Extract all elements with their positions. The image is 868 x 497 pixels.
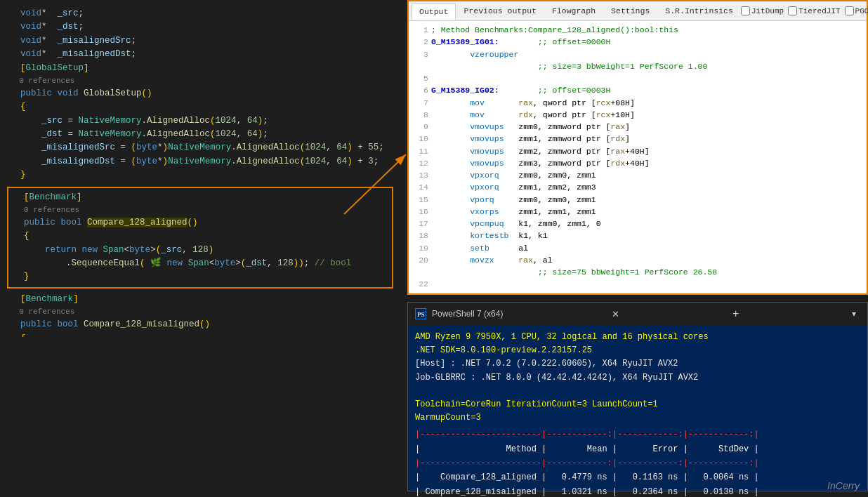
asm-line: 9 vmovups zmm0, zmmword ptr [rax] [413,121,862,133]
asm-line: 16 vxorps zmm1, zmm1, zmm1 [413,206,862,218]
asm-line: 6G_M15389_IG02: ;; offset=0003H [413,84,862,96]
code-line: _dst = NativeMemory.AlignedAlloc(1024, 6… [0,128,407,141]
code-line: public bool Compare_128_misaligned() [0,318,407,331]
code-line: _misalignedDst = (byte*)NativeMemory.Ali… [0,155,407,168]
tab-settings[interactable]: Settings [603,3,657,19]
table-row-aligned: | Compare_128_aligned | 0.4779 ns | 0.11… [415,470,860,484]
svg-text:PS: PS [417,311,425,318]
ps-line: Toolchain=CoreRun IterationCount=3 Launc… [415,398,860,411]
benchmark1-box: [Benchmark] 0 references public bool Com… [7,187,393,289]
code-line: [Benchmark] [14,191,386,204]
tab-sr-intrinsics[interactable]: S.R.Intrinsics [657,3,741,19]
code-top: void* _src; void* _dst; void* _misaligne… [0,7,407,183]
ps-window-title: PowerShell 7 (x64) [432,309,503,319]
code-line: 0 references [0,75,407,87]
code-line: 0 references [14,204,386,216]
code-line: } [0,168,407,182]
asm-line: 1; Method Benchmarks:Compare_128_aligned… [413,24,862,36]
table-border-top: |------------------------|------------:|… [415,428,860,442]
code-line: } [14,270,386,284]
tab-previous-output[interactable]: Previous output [456,3,544,19]
ps-line: AMD Ryzen 9 7950X, 1 CPU, 32 logical and… [415,331,860,344]
code-line: _misalignedSrc = (byte*)NativeMemory.Ali… [0,141,407,154]
code-line: void* _dst; [0,20,407,34]
code-line: { [14,230,386,243]
jit-checkboxes: JitDump TieredJIT PGO Run [741,6,868,15]
jit-tabs: Output Previous output Flowgraph Setting… [409,1,867,21]
asm-line: 14 vpxorq zmm1, zmm2, zmm3 [413,181,862,193]
asm-line: 17 vpcmpuq k1, zmm0, zmm1, 0 [413,218,862,230]
asm-line: 5 [413,72,862,84]
ps-icon: PS [415,308,426,319]
jit-content: 1; Method Benchmarks:Compare_128_aligned… [409,21,867,293]
code-line: void* _misalignedDst; [0,48,407,61]
asm-line: 8 mov rdx, qword ptr [rcx+10H] [413,109,862,121]
code-line: .SequenceEqual( 🌿 new Span<byte>(_dst, 1… [14,257,386,270]
asm-line: 7 mov rax, qword ptr [rcx+08H] [413,97,862,109]
code-line: { [0,332,407,337]
code-line: [Benchmark] [0,293,407,306]
code-line: return new Span<byte>(_src, 128) [14,244,386,257]
table-header: | Method | Mean | Error | StdDev | [415,442,860,456]
asm-line: ;; size=75 bbWeight=1 PerfScore 26.58 [413,266,862,278]
tab-output[interactable]: Output [412,4,456,20]
jit-panel: Output Previous output Flowgraph Setting… [407,0,868,295]
ps-dropdown-button[interactable]: ▾ [848,309,860,319]
asm-line: 15 vporq zmm0, zmm0, zmm1 [413,194,862,206]
checkbox-pgo[interactable]: PGO [845,6,868,15]
code-line: [GlobalSetup] [0,62,407,75]
code-line: { [0,100,407,114]
asm-line: 2G_M15389_IG01: ;; offset=0000H [413,36,862,48]
ps-content: AMD Ryzen 9 7950X, 1 CPU, 32 logical and… [408,325,867,497]
table-row-misaligned: | Compare_128_misaligned | 1.0321 ns | 0… [415,485,860,497]
ps-line: [Host] : .NET 7.0.2 (7.0.222.60605), X64… [415,357,860,371]
tab-flowgraph[interactable]: Flowgraph [544,3,603,19]
ps-line: WarmupCount=3 [415,411,860,425]
asm-line: 18 kortestb k1, k1 [413,230,862,241]
benchmark-table: |------------------------|------------:|… [415,428,860,497]
ps-line: .NET SDK=8.0.100-preview.2.23157.25 [415,344,860,357]
ps-close-button[interactable]: ✕ [607,309,624,319]
asm-line: 13 vpxorq zmm0, zmm0, zmm1 [413,169,862,181]
checkbox-jitdump[interactable]: JitDump [741,6,784,15]
code-line: void* _src; [0,7,407,20]
code-line: 0 references [0,306,407,318]
powershell-panel: PS PowerShell 7 (x64) ✕ + ▾ AMD Ryzen 9 … [407,302,868,491]
ps-titlebar: PS PowerShell 7 (x64) ✕ + ▾ [408,303,867,325]
code-panel: void* _src; void* _dst; void* _misaligne… [0,0,407,337]
code-line: _src = NativeMemory.AlignedAlloc(1024, 6… [0,114,407,128]
asm-line: ;; size=3 bbWeight=1 PerfScore 1.00 [413,60,862,72]
code-bottom: [Benchmark] 0 references public bool Com… [0,293,407,337]
table-border-mid: |------------------------|------------:|… [415,456,860,470]
code-line: public bool Compare_128_aligned() [14,216,386,230]
checkbox-tieredjit[interactable]: TieredJIT [788,6,840,15]
asm-line: 11 vmovups zmm2, zmmword ptr [rax+40H] [413,145,862,157]
ps-line [415,385,860,398]
asm-line: 3 vzeroupper [413,48,862,60]
code-line: void* _misalignedSrc; [0,34,407,48]
asm-line: 22 [413,278,862,290]
ps-add-tab-button[interactable]: + [728,307,743,320]
ps-line: Job-GLBRRC : .NET 8.0.0 (42.42.42.4242),… [415,371,860,385]
watermark: InCerry [827,480,860,491]
asm-line: 19 setb al [413,242,862,254]
code-line: public void GlobalSetup() [0,87,407,100]
asm-line: 10 vmovups zmm1, zmmword ptr [rdx] [413,133,862,145]
asm-line: 12 vmovups zmm3, zmmword ptr [rdx+40H] [413,157,862,169]
asm-line: 20 movzx rax, al [413,254,862,266]
asm-line: 23G_M15389_IG03: ;; offset=004EH [413,291,862,294]
